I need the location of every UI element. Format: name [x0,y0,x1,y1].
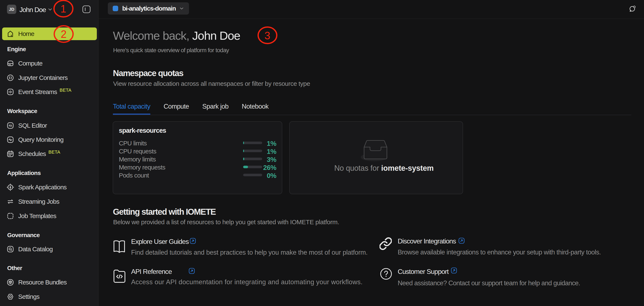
svg-text:SQL: SQL [9,124,13,127]
